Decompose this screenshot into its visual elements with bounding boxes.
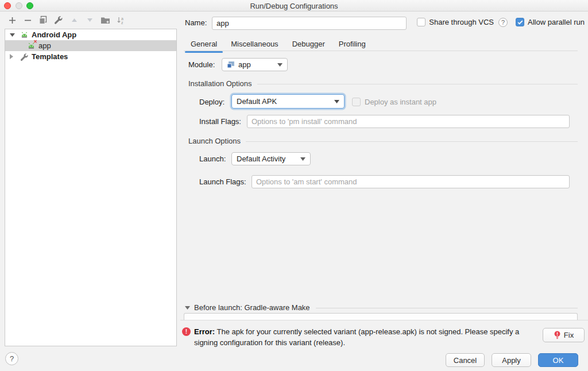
launch-options-title: Launch Options (188, 137, 241, 145)
content-separator (180, 320, 588, 320)
error-detail: The apk for your currently selected vari… (194, 327, 519, 347)
allow-parallel-run-label: Allow parallel run (528, 18, 585, 26)
configurations-tree: Android App ✕ app Templates (5, 29, 177, 346)
share-vcs-checkbox[interactable] (417, 18, 425, 26)
android-icon (20, 31, 29, 39)
installation-options-header: Installation Options (188, 79, 578, 88)
error-message: Error: The apk for your currently select… (194, 327, 537, 348)
launch-options-header: Launch Options (188, 137, 578, 145)
run-debug-configurations-dialog: Run/Debug Configurations az (0, 0, 588, 371)
sort-icon[interactable]: az (115, 15, 126, 25)
tab-general[interactable]: General (184, 36, 224, 52)
tab-miscellaneous[interactable]: Miscellaneous (224, 36, 285, 52)
launch-value: Default Activity (237, 154, 297, 163)
vcs-help-icon[interactable]: ? (498, 18, 508, 27)
name-label: Name: (185, 18, 207, 28)
deploy-label: Deploy: (199, 98, 225, 107)
chevron-down-icon (334, 100, 339, 103)
ok-button[interactable]: OK (538, 353, 578, 367)
installation-options-title: Installation Options (188, 79, 252, 88)
apply-button-label: Apply (502, 356, 521, 365)
install-flags-label: Install Flags: (199, 117, 241, 126)
tree-item-label: app (38, 41, 51, 50)
move-down-icon (84, 15, 95, 25)
chevron-down-icon[interactable] (10, 33, 16, 37)
chevron-down-icon (300, 157, 305, 161)
fix-button-label: Fix (564, 331, 574, 339)
module-dropdown[interactable]: app (222, 58, 288, 71)
launch-flags-input[interactable] (252, 175, 570, 188)
cancel-button-label: Cancel (454, 356, 477, 365)
window-title: Run/Debug Configurations (0, 2, 588, 10)
before-launch-task-list (184, 313, 578, 320)
deploy-dropdown[interactable]: Default APK (231, 94, 345, 109)
before-launch-label: Before launch: Gradle-aware Make (194, 303, 310, 312)
add-icon[interactable] (7, 15, 17, 25)
new-folder-icon[interactable] (100, 15, 110, 25)
help-button[interactable]: ? (5, 352, 18, 365)
apply-button[interactable]: Apply (492, 353, 531, 367)
quickfix-bulb-icon (554, 331, 561, 339)
edit-icon[interactable] (53, 15, 64, 25)
svg-text:a: a (121, 16, 123, 20)
tab-divider (184, 51, 578, 51)
tree-item-label: Templates (32, 52, 68, 61)
name-input[interactable] (212, 17, 407, 30)
error-icon: ! (182, 327, 191, 336)
launch-label: Launch: (199, 154, 226, 164)
section-divider (257, 84, 578, 84)
chevron-down-icon[interactable] (185, 306, 190, 310)
before-launch-section[interactable]: Before launch: Gradle-aware Make (185, 303, 578, 312)
configurations-toolbar: az (7, 15, 126, 25)
tree-item-android-app[interactable]: Android App (5, 29, 176, 40)
module-label: Module: (188, 60, 215, 69)
tree-item-templates[interactable]: Templates (5, 51, 176, 62)
chevron-right-icon[interactable] (10, 54, 16, 59)
tree-item-label: Android App (32, 30, 76, 39)
section-divider (246, 141, 578, 142)
svg-text:z: z (121, 21, 123, 25)
wrench-icon (20, 53, 29, 61)
allow-parallel-run-checkbox[interactable] (516, 18, 524, 26)
module-value: app (238, 60, 274, 69)
deploy-value: Default APK (237, 97, 331, 106)
error-badge-icon: ✕ (33, 40, 37, 44)
module-icon (227, 61, 235, 68)
error-prefix: Error: (194, 327, 215, 336)
ok-button-label: OK (553, 356, 564, 365)
move-up-icon (69, 15, 79, 25)
tab-debugger[interactable]: Debugger (285, 36, 332, 52)
fix-button[interactable]: Fix (543, 328, 585, 342)
android-error-icon: ✕ (27, 42, 36, 50)
deploy-instant-app-checkbox (352, 98, 361, 106)
titlebar: Run/Debug Configurations (0, 0, 588, 11)
share-vcs-label: Share through VCS (429, 18, 494, 26)
run-options-group: Share through VCS ? Allow parallel run (417, 17, 585, 27)
launch-flags-label: Launch Flags: (199, 177, 246, 187)
remove-icon[interactable] (22, 15, 33, 25)
cancel-button[interactable]: Cancel (446, 353, 485, 367)
tab-profiling[interactable]: Profiling (332, 36, 373, 52)
install-flags-input[interactable] (247, 115, 570, 128)
config-tabs: General Miscellaneous Debugger Profiling (184, 36, 373, 52)
copy-icon[interactable] (38, 15, 48, 25)
launch-dropdown[interactable]: Default Activity (231, 152, 311, 165)
deploy-instant-app-label: Deploy as instant app (365, 98, 436, 107)
tree-item-app[interactable]: ✕ app (5, 40, 176, 51)
section-divider (316, 308, 578, 308)
chevron-down-icon (277, 63, 283, 67)
